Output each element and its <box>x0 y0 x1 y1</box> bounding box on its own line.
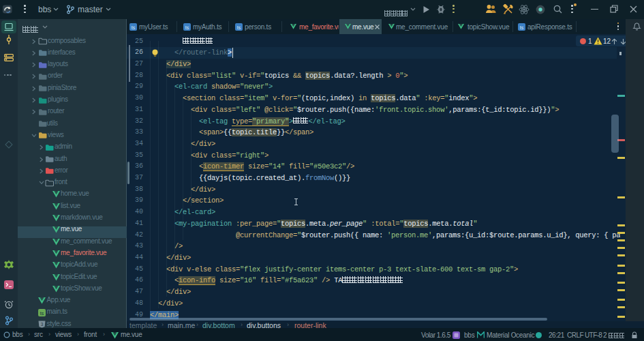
svg-text:ts: ts <box>237 25 241 30</box>
svg-text:ts: ts <box>185 25 189 30</box>
svg-text:ts: ts <box>40 310 44 315</box>
svg-text:ts: ts <box>132 25 136 30</box>
svg-text:3: 3 <box>41 322 44 327</box>
svg-text:ts: ts <box>520 25 524 30</box>
